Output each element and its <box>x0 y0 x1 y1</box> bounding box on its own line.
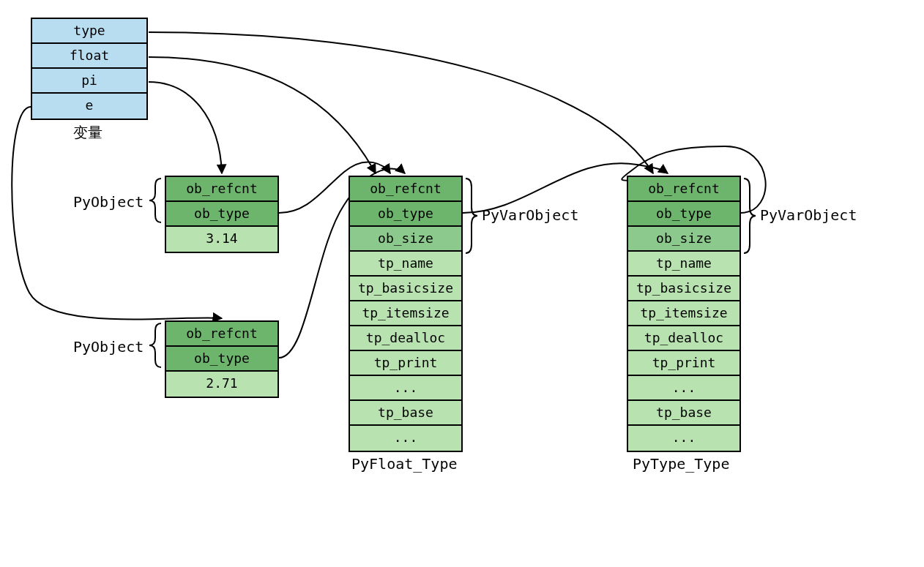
obj1-type: ob_type <box>166 202 277 227</box>
variables-label: 变量 <box>73 123 103 143</box>
obj2-refcnt: ob_refcnt <box>166 322 277 347</box>
pyfloat-ellipsis2: ... <box>350 426 461 451</box>
pytype-title: PyType_Type <box>633 455 729 473</box>
pytype-type: ob_type <box>628 202 739 227</box>
pyfloat-itemsize: tp_itemsize <box>350 301 461 326</box>
pytype-dealloc: tp_dealloc <box>628 326 739 351</box>
pytype-print: tp_print <box>628 351 739 376</box>
pyfloat-ellipsis1: ... <box>350 376 461 401</box>
obj1-refcnt: ob_refcnt <box>166 177 277 202</box>
obj2-box: ob_refcnt ob_type 2.71 <box>165 320 279 398</box>
pytype-refcnt: ob_refcnt <box>628 177 739 202</box>
pytype-ellipsis1: ... <box>628 376 739 401</box>
pytype-ellipsis2: ... <box>628 426 739 451</box>
pyfloat-dealloc: tp_dealloc <box>350 326 461 351</box>
pytype-type-box: ob_refcnt ob_type ob_size tp_name tp_bas… <box>627 176 741 452</box>
pyfloat-refcnt: ob_refcnt <box>350 177 461 202</box>
pytype-brace-label: PyVarObject <box>760 206 857 224</box>
var-e: e <box>32 94 146 119</box>
obj1-box: ob_refcnt ob_type 3.14 <box>165 176 279 253</box>
obj2-brace-label: PyObject <box>73 338 144 356</box>
pytype-itemsize: tp_itemsize <box>628 301 739 326</box>
pytype-tpbase: tp_base <box>628 401 739 426</box>
pyfloat-basicsize: tp_basicsize <box>350 277 461 301</box>
pyfloat-title: PyFloat_Type <box>351 455 458 473</box>
pytype-tpname: tp_name <box>628 252 739 277</box>
pyfloat-print: tp_print <box>350 351 461 376</box>
pyfloat-type: ob_type <box>350 202 461 227</box>
obj2-value: 2.71 <box>166 372 277 397</box>
pytype-size: ob_size <box>628 227 739 252</box>
obj2-type: ob_type <box>166 347 277 372</box>
var-type: type <box>32 19 146 44</box>
pyfloat-size: ob_size <box>350 227 461 252</box>
pyfloat-type-box: ob_refcnt ob_type ob_size tp_name tp_bas… <box>349 176 463 452</box>
variables-box: type float pi e <box>31 18 148 120</box>
var-float: float <box>32 44 146 69</box>
obj1-value: 3.14 <box>166 227 277 252</box>
obj1-brace-label: PyObject <box>73 193 144 211</box>
pyfloat-tpbase: tp_base <box>350 401 461 426</box>
pyfloat-tpname: tp_name <box>350 252 461 277</box>
diagram-stage: type float pi e 变量 PyObject ob_refcnt ob… <box>0 0 924 567</box>
pytype-basicsize: tp_basicsize <box>628 277 739 301</box>
var-pi: pi <box>32 69 146 94</box>
pyfloat-brace-label: PyVarObject <box>482 206 578 224</box>
